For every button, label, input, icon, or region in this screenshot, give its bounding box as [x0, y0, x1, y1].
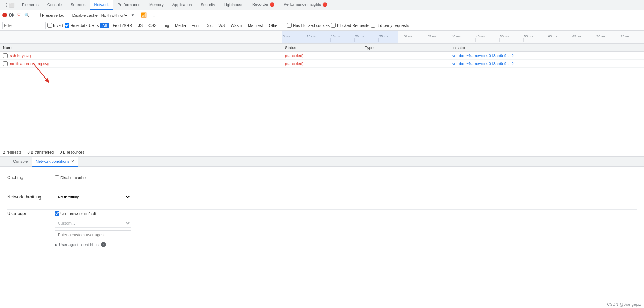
filter-bar: Invert Hide data URLs All Fetch/XHR JS C… [0, 20, 644, 31]
initiator-link-2[interactable]: vendors~framework-013ab9c9.js:2 [452, 62, 514, 66]
mark-50ms: 50 ms [499, 35, 523, 42]
custom-user-agent-select[interactable]: Custom... [55, 219, 131, 228]
col-header-status[interactable]: Status [282, 46, 362, 50]
tab-console[interactable]: Console [43, 0, 66, 10]
record-button[interactable] [2, 13, 7, 17]
use-browser-default-label[interactable]: Use browser default [55, 211, 131, 216]
tab-elements[interactable]: Elements [17, 0, 43, 10]
mark-35ms: 35 ms [427, 35, 451, 42]
row-checkbox-1[interactable] [3, 53, 8, 58]
device-icon[interactable]: ⬜ [9, 2, 15, 8]
filter-btn-img[interactable]: Img [160, 23, 171, 28]
filter-btn-fetch[interactable]: Fetch/XHR [110, 23, 134, 28]
use-browser-default-checkbox[interactable] [55, 211, 59, 216]
tab-recorder[interactable]: Recorder 🔴 [248, 0, 279, 10]
filter-btn-all[interactable]: All [100, 23, 109, 28]
bottom-panel: ⋮ Console Network conditions ✕ Caching D… [0, 156, 644, 260]
cell-status-2: (canceled) [282, 62, 362, 66]
transferred-count: 0 B transferred [27, 150, 54, 154]
filter-btn-other[interactable]: Other [267, 23, 281, 28]
disable-cache-checkbox[interactable] [67, 13, 71, 17]
filter-input[interactable] [2, 22, 46, 29]
disable-cache-label[interactable]: Disable cache [67, 13, 98, 17]
tab-security[interactable]: Security [196, 0, 219, 10]
table-row[interactable]: notification-setting.svg (canceled) vend… [0, 60, 644, 68]
upload-icon[interactable]: ↑ [149, 13, 151, 17]
throttle-select[interactable]: No throttling [100, 13, 129, 18]
timeline-ruler: 5 ms 10 ms 15 ms 20 ms 25 ms 30 ms 35 ms… [0, 31, 644, 44]
blocked-requests-checkbox[interactable] [331, 23, 336, 28]
preserve-log-label[interactable]: Preserve log [36, 13, 64, 17]
request-name-1[interactable]: ssh-key.svg [10, 54, 31, 58]
timeline-name-spacer [0, 31, 282, 43]
user-agent-label: User agent [7, 211, 55, 216]
filter-btn-font[interactable]: Font [190, 23, 202, 28]
row-checkbox-2[interactable] [3, 61, 8, 66]
request-name-2[interactable]: notification-setting.svg [10, 62, 49, 66]
bottom-tab-console[interactable]: Console [9, 157, 31, 167]
preserve-log-checkbox[interactable] [36, 13, 41, 17]
network-toolbar: ▽ 🔍 Preserve log Disable cache No thrott… [0, 10, 644, 20]
toolbar-separator-2 [138, 12, 138, 18]
requests-count: 2 requests [3, 150, 21, 154]
throttling-select[interactable]: No throttling Fast 3G Slow 3G Offline [55, 193, 131, 201]
resources-count: 0 B resources [60, 150, 84, 154]
col-header-initiator[interactable]: Initiator [449, 46, 644, 50]
search-icon[interactable]: 🔍 [24, 12, 30, 18]
filter-btn-doc[interactable]: Doc [203, 23, 215, 28]
mark-65ms: 65 ms [572, 35, 596, 42]
stop-button[interactable] [9, 13, 14, 17]
user-agent-hints-row[interactable]: ▶ User agent client hints ? [55, 242, 131, 247]
tab-perf-insights[interactable]: Performance insights 🔴 [279, 0, 331, 10]
filter-btn-manifest[interactable]: Manifest [246, 23, 265, 28]
caching-content: Disable cache [55, 175, 86, 180]
tab-sources[interactable]: Sources [66, 0, 90, 10]
disable-cache-row-label[interactable]: Disable cache [55, 175, 86, 180]
has-blocked-cookies-checkbox[interactable] [287, 23, 292, 28]
filter-btn-wasm[interactable]: Wasm [228, 23, 244, 28]
mark-60ms: 60 ms [548, 35, 572, 42]
tab-performance[interactable]: Performance [113, 0, 145, 10]
network-throttling-row: Network throttling No throttling Fast 3G… [7, 192, 637, 202]
invert-label[interactable]: Invert [47, 23, 63, 28]
inspect-icon[interactable]: ⛶ [1, 2, 7, 8]
cell-name-1: ssh-key.svg [0, 53, 282, 58]
network-table-body: ssh-key.svg (canceled) vendors~framework… [0, 52, 644, 68]
tab-network[interactable]: Network [90, 0, 113, 10]
filter-btn-css[interactable]: CSS [146, 23, 159, 28]
download-icon[interactable]: ↓ [153, 13, 155, 17]
hide-data-urls-label[interactable]: Hide data URLs [65, 23, 99, 28]
third-party-checkbox[interactable] [371, 23, 375, 28]
panel-menu-icon[interactable]: ⋮ [1, 158, 9, 165]
blocked-requests-label[interactable]: Blocked Requests [331, 23, 369, 28]
hide-data-urls-checkbox[interactable] [65, 23, 69, 28]
close-network-conditions[interactable]: ✕ [71, 159, 75, 164]
conditions-panel: Caching Disable cache Network throttling… [0, 167, 644, 260]
cell-initiator-2: vendors~framework-013ab9c9.js:2 [449, 62, 644, 66]
tab-lighthouse[interactable]: Lighthouse [219, 0, 248, 10]
mark-75ms: 75 ms [620, 35, 644, 42]
filter-icon[interactable]: ▽ [16, 12, 22, 18]
user-agent-content: Use browser default Custom... ▶ User age… [55, 211, 131, 247]
filter-btn-ws[interactable]: WS [216, 23, 227, 28]
bottom-tab-network-conditions[interactable]: Network conditions ✕ [32, 157, 78, 167]
tab-memory[interactable]: Memory [145, 0, 168, 10]
mark-55ms: 55 ms [523, 35, 547, 42]
tab-application[interactable]: Application [168, 0, 196, 10]
tab-bar: ⛶ ⬜ Elements Console Sources Network Per… [0, 0, 644, 10]
initiator-link-1[interactable]: vendors~framework-013ab9c9.js:2 [452, 54, 514, 58]
expand-arrow-icon: ▶ [55, 242, 57, 247]
table-row[interactable]: ssh-key.svg (canceled) vendors~framework… [0, 52, 644, 60]
col-header-type[interactable]: Type [362, 46, 449, 50]
invert-checkbox[interactable] [47, 23, 52, 28]
has-blocked-cookies-label[interactable]: Has blocked cookies [287, 23, 330, 28]
filter-btn-js[interactable]: JS [136, 23, 145, 28]
col-header-name[interactable]: Name [0, 46, 282, 50]
throttle-arrow-icon: ▼ [131, 13, 135, 17]
disable-cache-row-checkbox[interactable] [55, 175, 59, 180]
caching-label: Caching [7, 175, 55, 180]
custom-user-agent-input[interactable] [55, 230, 131, 239]
mark-30ms: 30 ms [403, 35, 427, 42]
filter-btn-media[interactable]: Media [173, 23, 188, 28]
third-party-label[interactable]: 3rd-party requests [371, 23, 409, 28]
